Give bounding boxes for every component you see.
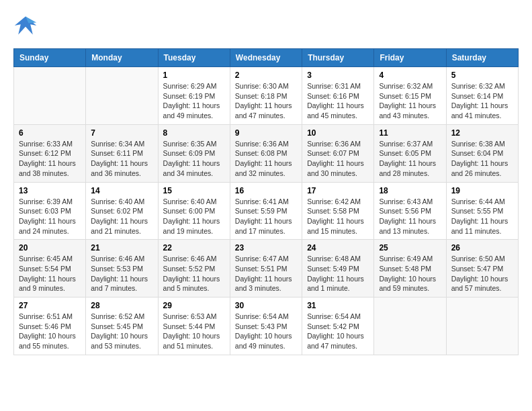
day-info: Sunrise: 6:33 AMSunset: 6:12 PMDaylight:… [19, 139, 81, 179]
day-info: Sunrise: 6:39 AMSunset: 6:03 PMDaylight:… [19, 197, 81, 236]
header-cell-tuesday: Tuesday [158, 49, 230, 67]
day-number: 15 [163, 186, 225, 195]
day-number: 11 [379, 128, 441, 138]
day-cell: 8Sunrise: 6:35 AMSunset: 6:09 PMDaylight… [158, 124, 230, 182]
day-cell: 18Sunrise: 6:43 AMSunset: 5:56 PMDayligh… [374, 182, 446, 240]
day-info: Sunrise: 6:31 AMSunset: 6:16 PMDaylight:… [307, 81, 369, 121]
day-number: 17 [307, 186, 369, 195]
day-number: 23 [235, 243, 297, 253]
day-info: Sunrise: 6:46 AMSunset: 5:53 PMDaylight:… [91, 254, 152, 293]
page-header [13, 13, 519, 38]
calendar-header: SundayMondayTuesdayWednesdayThursdayFrid… [14, 49, 519, 67]
calendar-body: 1Sunrise: 6:29 AMSunset: 6:19 PMDaylight… [14, 67, 519, 355]
day-info: Sunrise: 6:48 AMSunset: 5:49 PMDaylight:… [307, 254, 369, 293]
day-cell: 19Sunrise: 6:44 AMSunset: 5:55 PMDayligh… [446, 182, 518, 240]
day-cell: 22Sunrise: 6:46 AMSunset: 5:52 PMDayligh… [158, 240, 230, 298]
day-info: Sunrise: 6:44 AMSunset: 5:55 PMDaylight:… [451, 197, 513, 236]
day-number: 7 [91, 128, 152, 138]
day-info: Sunrise: 6:40 AMSunset: 6:02 PMDaylight:… [91, 197, 152, 236]
day-cell: 15Sunrise: 6:40 AMSunset: 6:00 PMDayligh… [158, 182, 230, 240]
day-info: Sunrise: 6:51 AMSunset: 5:46 PMDaylight:… [19, 312, 81, 351]
day-info: Sunrise: 6:38 AMSunset: 6:04 PMDaylight:… [451, 139, 513, 179]
day-cell [374, 298, 446, 355]
day-cell: 5Sunrise: 6:32 AMSunset: 6:14 PMDaylight… [446, 67, 518, 125]
header-cell-monday: Monday [86, 49, 158, 67]
day-info: Sunrise: 6:35 AMSunset: 6:09 PMDaylight:… [163, 139, 225, 179]
header-cell-sunday: Sunday [14, 49, 86, 67]
header-cell-wednesday: Wednesday [230, 49, 302, 67]
day-number: 19 [451, 186, 513, 195]
day-cell: 14Sunrise: 6:40 AMSunset: 6:02 PMDayligh… [86, 182, 158, 240]
day-number: 25 [379, 243, 441, 253]
day-cell: 29Sunrise: 6:53 AMSunset: 5:44 PMDayligh… [158, 298, 230, 355]
day-number: 18 [379, 186, 441, 195]
day-info: Sunrise: 6:54 AMSunset: 5:42 PMDaylight:… [307, 312, 369, 351]
day-cell: 13Sunrise: 6:39 AMSunset: 6:03 PMDayligh… [14, 182, 86, 240]
day-info: Sunrise: 6:42 AMSunset: 5:58 PMDaylight:… [307, 197, 369, 236]
svg-marker-0 [15, 17, 36, 35]
day-number: 4 [379, 71, 441, 80]
day-number: 12 [451, 128, 513, 138]
day-info: Sunrise: 6:43 AMSunset: 5:56 PMDaylight:… [379, 197, 441, 236]
day-info: Sunrise: 6:47 AMSunset: 5:51 PMDaylight:… [235, 254, 297, 293]
day-info: Sunrise: 6:32 AMSunset: 6:15 PMDaylight:… [379, 81, 441, 121]
day-number: 16 [235, 186, 297, 195]
day-number: 29 [163, 301, 225, 310]
day-info: Sunrise: 6:45 AMSunset: 5:54 PMDaylight:… [19, 254, 81, 293]
day-number: 30 [235, 301, 297, 310]
week-row-1: 1Sunrise: 6:29 AMSunset: 6:19 PMDaylight… [14, 67, 519, 125]
day-info: Sunrise: 6:54 AMSunset: 5:43 PMDaylight:… [235, 312, 297, 351]
day-cell: 10Sunrise: 6:36 AMSunset: 6:07 PMDayligh… [302, 124, 374, 182]
week-row-2: 6Sunrise: 6:33 AMSunset: 6:12 PMDaylight… [14, 124, 519, 182]
day-cell: 12Sunrise: 6:38 AMSunset: 6:04 PMDayligh… [446, 124, 518, 182]
day-info: Sunrise: 6:36 AMSunset: 6:08 PMDaylight:… [235, 139, 297, 179]
day-info: Sunrise: 6:37 AMSunset: 6:05 PMDaylight:… [379, 139, 441, 179]
day-cell: 16Sunrise: 6:41 AMSunset: 5:59 PMDayligh… [230, 182, 302, 240]
day-info: Sunrise: 6:29 AMSunset: 6:19 PMDaylight:… [163, 81, 225, 121]
day-number: 20 [19, 243, 81, 253]
calendar-table: SundayMondayTuesdayWednesdayThursdayFrid… [13, 48, 519, 355]
day-info: Sunrise: 6:32 AMSunset: 6:14 PMDaylight:… [451, 81, 513, 121]
header-cell-friday: Friday [374, 49, 446, 67]
day-cell: 20Sunrise: 6:45 AMSunset: 5:54 PMDayligh… [14, 240, 86, 298]
day-cell: 17Sunrise: 6:42 AMSunset: 5:58 PMDayligh… [302, 182, 374, 240]
day-cell: 31Sunrise: 6:54 AMSunset: 5:42 PMDayligh… [302, 298, 374, 355]
day-cell [86, 67, 158, 125]
header-cell-saturday: Saturday [446, 49, 518, 67]
day-info: Sunrise: 6:40 AMSunset: 6:00 PMDaylight:… [163, 197, 225, 236]
day-info: Sunrise: 6:30 AMSunset: 6:18 PMDaylight:… [235, 81, 297, 121]
header-row: SundayMondayTuesdayWednesdayThursdayFrid… [14, 49, 519, 67]
day-cell: 21Sunrise: 6:46 AMSunset: 5:53 PMDayligh… [86, 240, 158, 298]
day-number: 26 [451, 243, 513, 253]
day-number: 28 [91, 301, 152, 310]
day-cell: 4Sunrise: 6:32 AMSunset: 6:15 PMDaylight… [374, 67, 446, 125]
week-row-4: 20Sunrise: 6:45 AMSunset: 5:54 PMDayligh… [14, 240, 519, 298]
day-number: 3 [307, 71, 369, 80]
day-cell: 27Sunrise: 6:51 AMSunset: 5:46 PMDayligh… [14, 298, 86, 355]
day-cell: 7Sunrise: 6:34 AMSunset: 6:11 PMDaylight… [86, 124, 158, 182]
day-cell: 1Sunrise: 6:29 AMSunset: 6:19 PMDaylight… [158, 67, 230, 125]
day-number: 22 [163, 243, 225, 253]
day-cell [14, 67, 86, 125]
day-cell: 26Sunrise: 6:50 AMSunset: 5:47 PMDayligh… [446, 240, 518, 298]
header-cell-thursday: Thursday [302, 49, 374, 67]
day-cell: 30Sunrise: 6:54 AMSunset: 5:43 PMDayligh… [230, 298, 302, 355]
day-info: Sunrise: 6:49 AMSunset: 5:48 PMDaylight:… [379, 254, 441, 293]
day-number: 10 [307, 128, 369, 138]
day-number: 27 [19, 301, 81, 310]
logo [13, 13, 40, 38]
day-info: Sunrise: 6:41 AMSunset: 5:59 PMDaylight:… [235, 197, 297, 236]
day-info: Sunrise: 6:46 AMSunset: 5:52 PMDaylight:… [163, 254, 225, 293]
week-row-5: 27Sunrise: 6:51 AMSunset: 5:46 PMDayligh… [14, 298, 519, 355]
logo-icon [13, 13, 38, 38]
day-info: Sunrise: 6:52 AMSunset: 5:45 PMDaylight:… [91, 312, 152, 351]
day-number: 31 [307, 301, 369, 310]
day-number: 1 [163, 71, 225, 80]
day-cell: 6Sunrise: 6:33 AMSunset: 6:12 PMDaylight… [14, 124, 86, 182]
day-cell: 2Sunrise: 6:30 AMSunset: 6:18 PMDaylight… [230, 67, 302, 125]
day-number: 13 [19, 186, 81, 195]
day-cell: 25Sunrise: 6:49 AMSunset: 5:48 PMDayligh… [374, 240, 446, 298]
week-row-3: 13Sunrise: 6:39 AMSunset: 6:03 PMDayligh… [14, 182, 519, 240]
day-number: 14 [91, 186, 152, 195]
day-number: 6 [19, 128, 81, 138]
